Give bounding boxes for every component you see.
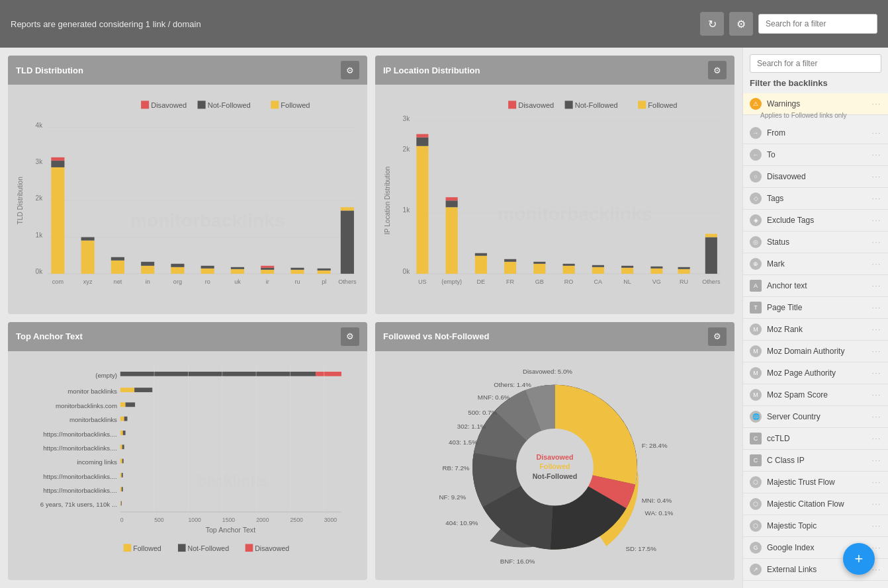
svg-text:https://monitorbacklinks....: https://monitorbacklinks.... <box>43 486 117 493</box>
cclass-label: C Class IP <box>767 456 805 465</box>
svg-rect-55 <box>565 101 573 108</box>
svg-text:Disavowed: Disavowed <box>151 101 187 109</box>
svg-rect-98 <box>678 267 690 269</box>
svg-rect-53 <box>508 101 516 108</box>
filter-item-moz-spam[interactable]: M Moz Spam Score ··· <box>743 384 888 406</box>
svg-text:RB: 7.2%: RB: 7.2% <box>442 464 469 472</box>
filter-search-input[interactable] <box>758 14 877 34</box>
filter-item-majestic-tf[interactable]: ⬡ Majestic Trust Flow ··· <box>743 472 888 493</box>
sidebar-filter-search[interactable] <box>750 54 881 73</box>
filter-item-cctld[interactable]: C ccTLD ··· <box>743 428 888 450</box>
sidebar-search-container <box>743 48 888 73</box>
mark-label: Mark <box>767 259 785 269</box>
svg-text:F: 28.4%: F: 28.4% <box>642 442 668 449</box>
svg-text:SD: 17.5%: SD: 17.5% <box>625 544 656 552</box>
warning-icon: ⚠ <box>750 98 762 110</box>
filter-item-from[interactable]: → From ··· <box>743 122 888 144</box>
svg-rect-57 <box>638 101 646 108</box>
svg-text:Followed: Followed <box>281 101 310 109</box>
svg-rect-18 <box>51 161 64 167</box>
svg-rect-133 <box>120 501 121 505</box>
svg-text:(empty): (empty) <box>441 278 462 285</box>
svg-rect-86 <box>563 264 575 266</box>
followed-panel-title: Followed vs Not-Followed <box>383 331 489 341</box>
filter-item-exclude-tags[interactable]: ◈ Exclude Tags ··· <box>743 210 888 231</box>
svg-text:RO: RO <box>564 278 574 285</box>
svg-text:incoming links: incoming links <box>77 458 117 466</box>
svg-text:Others: Others <box>338 278 357 285</box>
svg-text:ro: ro <box>205 278 210 285</box>
filter-item-anchor-text[interactable]: A Anchor text ··· <box>743 275 888 297</box>
filter-item-moz-da[interactable]: M Moz Domain Authority ··· <box>743 341 888 362</box>
svg-text:monitorbacklinks: monitorbacklinks <box>498 204 652 224</box>
tld-panel-body: Disavowed Not-Followed Followed TLD Dist… <box>8 85 367 314</box>
svg-text:500: 0.7%: 500: 0.7% <box>468 408 497 415</box>
majestic-tf-icon: ⬡ <box>750 476 762 488</box>
svg-rect-127 <box>120 472 122 477</box>
exclude-tags-label: Exclude Tags <box>767 216 814 225</box>
ip-gear-button[interactable]: ⚙ <box>708 61 727 79</box>
svg-rect-106 <box>120 371 316 376</box>
svg-rect-27 <box>141 266 154 274</box>
anchor-gear-button[interactable]: ⚙ <box>341 327 359 346</box>
filter-item-page-title[interactable]: T Page Title ··· <box>743 297 888 319</box>
server-country-label: Server Country <box>767 412 821 421</box>
svg-rect-121 <box>120 444 122 449</box>
svg-text:Disavowed: Disavowed <box>255 544 289 552</box>
svg-rect-95 <box>650 267 662 269</box>
fab-button[interactable]: + <box>843 543 875 575</box>
svg-text:BNF: 16.0%: BNF: 16.0% <box>500 558 535 565</box>
followed-gear-button[interactable]: ⚙ <box>708 327 727 346</box>
svg-text:uk: uk <box>234 278 241 285</box>
svg-text:US: US <box>418 278 427 285</box>
filter-item-server-country[interactable]: 🌐 Server Country ··· <box>743 406 888 428</box>
filter-item-majestic-cf[interactable]: ⬡ Majestic Citation Flow ··· <box>743 493 888 515</box>
filter-item-moz-rank[interactable]: M Moz Rank ··· <box>743 319 888 341</box>
svg-rect-46 <box>318 271 331 274</box>
moz-rank-label: Moz Rank <box>767 325 803 334</box>
filter-item-mark[interactable]: ⊕ Mark ··· <box>743 253 888 275</box>
svg-rect-82 <box>533 264 545 274</box>
svg-text:Disavowed: Disavowed <box>518 101 554 109</box>
filter-item-moz-pa[interactable]: M Moz Page Authority ··· <box>743 362 888 384</box>
svg-text:WA: 0.1%: WA: 0.1% <box>645 509 674 517</box>
filter-item-to[interactable]: ← To ··· <box>743 144 888 166</box>
settings-button[interactable]: ⚙ <box>729 12 753 36</box>
filter-title: Filter the backlinks <box>743 73 888 93</box>
cclass-icon: C <box>750 454 762 466</box>
svg-text:0: 0 <box>120 516 124 523</box>
svg-text:DE: DE <box>477 278 486 285</box>
sync-button[interactable]: ↻ <box>700 12 724 36</box>
tld-panel-header: TLD Distribution ⚙ <box>8 56 367 85</box>
filter-item-cclass[interactable]: C C Class IP ··· <box>743 450 888 472</box>
svg-rect-19 <box>51 157 64 161</box>
svg-text:2k: 2k <box>403 146 411 153</box>
svg-rect-34 <box>201 266 214 269</box>
filter-item-status[interactable]: ◎ Status ··· <box>743 231 888 253</box>
from-label: From <box>767 128 785 138</box>
svg-rect-33 <box>201 269 214 274</box>
filter-item-tags[interactable]: ◇ Tags ··· <box>743 188 888 210</box>
anchor-text-icon: A <box>750 280 762 292</box>
top-bar-actions: ↻ ⚙ <box>700 12 877 36</box>
svg-text:1k: 1k <box>36 231 44 239</box>
svg-rect-37 <box>231 267 244 269</box>
svg-rect-50 <box>341 210 354 274</box>
moz-da-icon: M <box>750 345 762 357</box>
svg-text:4k: 4k <box>36 122 44 129</box>
svg-text:Not-Followed: Not-Followed <box>533 472 578 480</box>
svg-text:0k: 0k <box>36 268 44 275</box>
svg-rect-28 <box>141 262 154 266</box>
svg-rect-68 <box>416 146 428 274</box>
moz-pa-icon: M <box>750 367 762 379</box>
svg-text:Followed: Followed <box>133 544 161 552</box>
svg-rect-0 <box>141 101 149 108</box>
external-links-label: External Links <box>767 565 817 574</box>
status-icon: ◎ <box>750 236 762 248</box>
filter-item-disavowed[interactable]: ○ Disavowed ··· <box>743 166 888 188</box>
svg-text:3k: 3k <box>36 158 44 165</box>
tld-gear-button[interactable]: ⚙ <box>341 61 359 79</box>
svg-rect-39 <box>261 270 274 274</box>
tld-panel-title: TLD Distribution <box>16 65 83 75</box>
filter-item-majestic-topic[interactable]: ⬡ Majestic Topic ··· <box>743 515 888 537</box>
